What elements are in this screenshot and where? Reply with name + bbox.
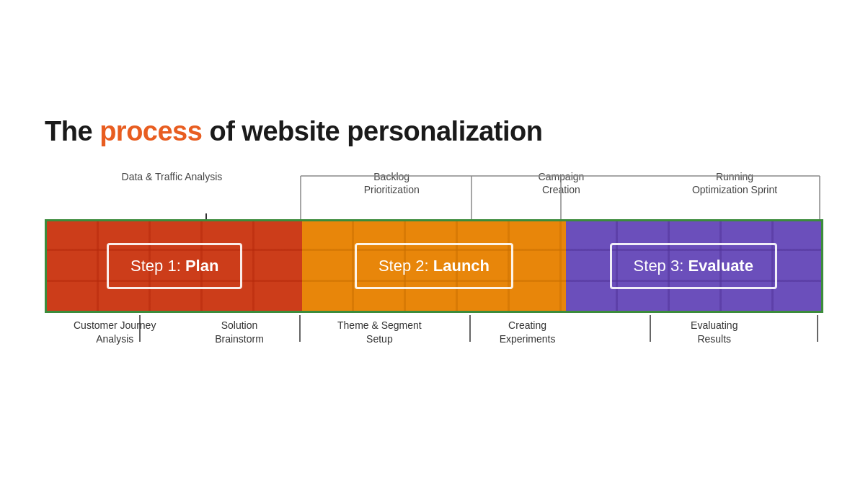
step-2-label-box: Step 2: Launch [355, 243, 513, 289]
title-highlight: process [99, 116, 202, 146]
step-1-label-box: Step 1: Plan [107, 243, 242, 289]
step-1-number: Step 1: [130, 257, 185, 275]
step-3-name: Evaluate [688, 257, 753, 275]
title-suffix: of website personalization [202, 116, 542, 146]
top-annotations: Data & Traffic Analysis BacklogPrioritiz… [45, 169, 823, 219]
annotation-data-traffic: Data & Traffic Analysis [45, 169, 299, 219]
step-1-name: Plan [185, 257, 218, 275]
step-2-name: Launch [433, 257, 490, 275]
step-2-block: Step 2: Launch [302, 221, 565, 311]
step-3-number: Step 3: [634, 257, 688, 275]
page-title: The process of website personalization [45, 116, 823, 147]
step-2-number: Step 2: [378, 257, 433, 275]
step-3-label-box: Step 3: Evaluate [610, 243, 777, 289]
step-1-block: Step 1: Plan [47, 221, 302, 311]
annotation-backlog: BacklogPrioritization [307, 169, 477, 219]
bottom-label-1: Customer JourneyAnalysis [53, 319, 177, 347]
diagram: Data & Traffic Analysis BacklogPrioritiz… [45, 169, 823, 371]
bottom-label-5: EvaluatingResults [637, 319, 792, 347]
steps-bar: Step 1: Plan Step 2: Launch Step 3: Eval… [45, 219, 823, 313]
main-container: The process of website personalization [23, 102, 845, 385]
annotation-running: RunningOptimization Sprint [646, 169, 823, 219]
title-prefix: The [45, 116, 99, 146]
bottom-label-4: CreatingExperiments [450, 319, 606, 347]
bottom-label-3: Theme & SegmentSetup [309, 319, 449, 347]
step-3-block: Step 3: Evaluate [566, 221, 821, 311]
annotation-campaign: CampaignCreation [477, 169, 646, 219]
bottom-label-2: SolutionBrainstorm [177, 319, 302, 347]
bottom-labels: Customer JourneyAnalysis SolutionBrainst… [45, 313, 823, 371]
